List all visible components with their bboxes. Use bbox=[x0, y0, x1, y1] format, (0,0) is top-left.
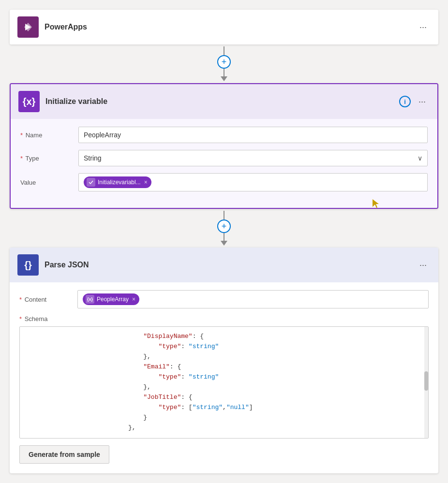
line-col-8 bbox=[24, 403, 45, 413]
schema-line-8: "type": ["string","null"] bbox=[53, 403, 424, 413]
value-label: Value bbox=[20, 179, 78, 186]
connector-line-1 bbox=[224, 46, 224, 55]
code-area[interactable]: "DisplayName": { "type": "string" }, bbox=[49, 332, 428, 433]
connector-1: + bbox=[217, 44, 231, 83]
line-col-2 bbox=[24, 342, 45, 352]
init-variable-icon-container: {x} bbox=[18, 91, 40, 112]
info-button[interactable]: i bbox=[399, 96, 411, 107]
schema-field: * Schema bbox=[19, 315, 429, 464]
parse-json-menu: ··· bbox=[416, 258, 431, 272]
connector-arrow-2 bbox=[221, 241, 227, 246]
add-step-button-1[interactable]: + bbox=[217, 55, 231, 69]
schema-line-6: }, bbox=[53, 382, 424, 393]
type-select[interactable]: String ∨ bbox=[78, 150, 428, 166]
schema-line-4: "Email": { bbox=[53, 362, 424, 372]
cursor-indicator bbox=[373, 199, 380, 210]
powerapps-icon bbox=[21, 20, 35, 34]
line-col-5 bbox=[24, 372, 45, 382]
content-token: {x} PeopleArray × bbox=[83, 293, 139, 305]
line-col-4 bbox=[24, 362, 45, 372]
type-label: * Type bbox=[20, 155, 78, 162]
powerapps-menu: ··· bbox=[416, 20, 431, 34]
content-token-icon: {x} bbox=[86, 295, 94, 304]
content-token-area[interactable]: {x} PeopleArray × bbox=[77, 290, 429, 308]
value-token-area[interactable]: Initializevariabl... × bbox=[78, 173, 428, 191]
connector-2: + bbox=[217, 209, 231, 248]
content-label: * Content bbox=[19, 296, 77, 303]
content-token-close-button[interactable]: × bbox=[132, 296, 135, 303]
line-col-1 bbox=[24, 332, 45, 342]
schema-line-7: "JobTitle": { bbox=[53, 393, 424, 403]
connector-arrow-1 bbox=[221, 76, 227, 81]
powerapps-card: PowerApps ··· bbox=[10, 10, 438, 44]
token-icon bbox=[87, 178, 95, 187]
init-variable-token: Initializevariabl... × bbox=[84, 176, 151, 188]
schema-line-2: "type": "string" bbox=[53, 342, 424, 352]
schema-lines: "DisplayName": { "type": "string" }, bbox=[20, 332, 428, 433]
schema-required-star: * bbox=[19, 315, 22, 322]
parse-json-title: Parse JSON bbox=[45, 261, 416, 269]
scrollbar-thumb[interactable] bbox=[424, 371, 428, 391]
init-variable-body: * Name * Type String ∨ Value bbox=[11, 119, 437, 208]
name-field-row: * Name bbox=[20, 127, 428, 143]
content-field-row: * Content {x} PeopleArray × bbox=[19, 290, 429, 308]
name-label: * Name bbox=[20, 132, 78, 139]
connector-line-3 bbox=[224, 211, 224, 220]
init-variable-header: {x} Initialize variable i ··· bbox=[11, 84, 437, 119]
schema-line-5: "type": "string" bbox=[53, 372, 424, 382]
schema-line-9: } bbox=[53, 413, 424, 423]
schema-line-1: "DisplayName": { bbox=[53, 332, 424, 342]
powerapps-header: PowerApps ··· bbox=[10, 10, 438, 44]
parse-json-icon: {} bbox=[24, 260, 32, 271]
parse-json-icon-container: {} bbox=[17, 254, 39, 276]
line-col-3 bbox=[24, 352, 45, 362]
schema-editor[interactable]: "DisplayName": { "type": "string" }, bbox=[19, 326, 429, 439]
schema-label: * Schema bbox=[19, 315, 429, 322]
init-variable-menu: i ··· bbox=[399, 95, 430, 109]
scrollbar-track[interactable] bbox=[424, 327, 428, 438]
init-variable-ellipsis-button[interactable]: ··· bbox=[415, 95, 430, 109]
token-close-button[interactable]: × bbox=[144, 179, 148, 186]
parse-json-body: * Content {x} PeopleArray × * bbox=[10, 282, 438, 473]
content-required-star: * bbox=[19, 296, 22, 303]
type-required-star: * bbox=[20, 155, 23, 162]
line-col-10 bbox=[24, 423, 45, 433]
parse-json-ellipsis-button[interactable]: ··· bbox=[416, 258, 431, 272]
line-col-6 bbox=[24, 382, 45, 393]
line-col-9 bbox=[24, 413, 45, 423]
add-step-button-2[interactable]: + bbox=[217, 220, 231, 233]
line-col-7 bbox=[24, 393, 45, 403]
value-field-row: Value Initializevariabl... × bbox=[20, 173, 428, 191]
init-variable-title: Initialize variable bbox=[45, 97, 399, 106]
name-input[interactable] bbox=[78, 127, 428, 143]
schema-line-3: }, bbox=[53, 352, 424, 362]
parse-json-header: {} Parse JSON ··· bbox=[10, 248, 438, 282]
line-numbers bbox=[20, 332, 49, 433]
type-select-chevron: ∨ bbox=[418, 154, 422, 162]
name-required-star: * bbox=[20, 132, 23, 139]
generate-from-sample-button[interactable]: Generate from sample bbox=[19, 445, 109, 464]
type-field-row: * Type String ∨ bbox=[20, 150, 428, 166]
schema-line-10: }, bbox=[53, 423, 424, 433]
powerapps-icon-container bbox=[17, 16, 39, 38]
initialize-variable-card: {x} Initialize variable i ··· * Name * bbox=[10, 83, 438, 209]
powerapps-ellipsis-button[interactable]: ··· bbox=[416, 20, 431, 34]
init-variable-icon: {x} bbox=[23, 96, 36, 107]
parse-json-card: {} Parse JSON ··· * Content {x} bbox=[10, 248, 438, 473]
powerapps-title: PowerApps bbox=[45, 23, 416, 31]
